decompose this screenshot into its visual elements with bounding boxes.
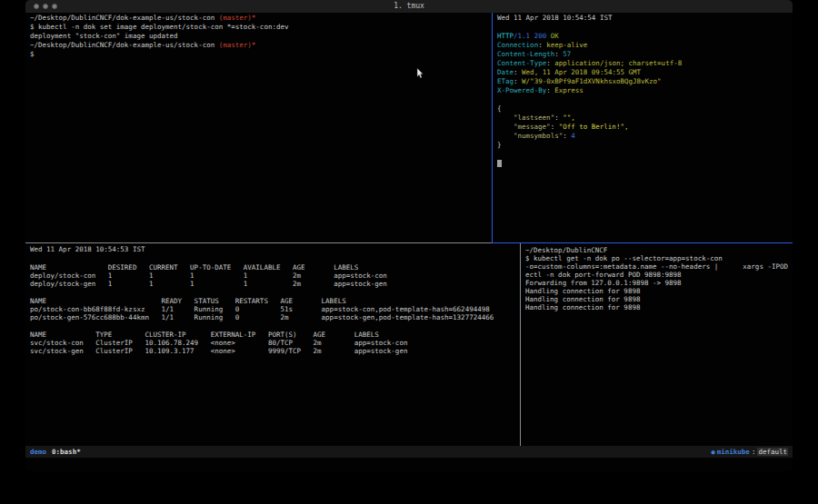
http-status-line: HTTP/1.1 200 OK [497,32,682,41]
json-open-brace: { [497,104,682,114]
window-titlebar[interactable]: 1. tmux [25,0,793,13]
tmux-status-right: ● minikube : default [712,448,788,456]
tmux-window-item[interactable]: 0:bash* [52,448,81,456]
git-branch: (master)* [219,41,256,49]
json-close-brace: } [497,141,682,150]
kubernetes-icon: ● [712,449,715,456]
deployments-table: NAME DESIRED CURRENT UP-TO-DATE AVAILABL… [30,263,494,288]
terminal-cursor [497,160,502,167]
minimize-button[interactable] [43,4,48,9]
tmux-content: ~/Desktop/DublinCNCF/dok-example-us/stoc… [25,13,793,446]
timestamp: Wed 11 Apr 2018 10:54:53 IST [30,245,494,254]
http-header: Content-Type: application/json; charset=… [497,59,682,68]
pane-divider-horizontal-left[interactable] [25,242,492,243]
kubectl-watch-output: Wed 11 Apr 2018 10:54:53 IST NAME DESIRE… [30,245,494,355]
tmux-status-bar: demo 0:bash* ● minikube : default [25,446,793,458]
prompt-path-line: ~/Desktop/DublinCNCF/dok-example-us/stoc… [30,14,288,23]
traffic-lights [34,4,57,9]
command-output: deployment "stock-con" image updated [30,32,288,41]
shell-output-top-left: ~/Desktop/DublinCNCF/dok-example-us/stoc… [30,14,288,59]
kube-namespace: default [757,448,788,456]
services-table: NAME TYPE CLUSTER-IP EXTERNAL-IP PORT(S)… [30,331,494,355]
window-title: 1. tmux [25,0,793,13]
json-entry: "message": "Off to Berlin!", [497,123,682,132]
tmux-session-name: demo [30,448,46,456]
timestamp: Wed 11 Apr 2018 10:54:54 IST [497,14,682,23]
cursor-line [497,159,682,168]
git-branch: (master)* [219,14,256,22]
terminal-window: 1. tmux ~/Desktop/DublinCNCF/dok-example… [25,0,793,471]
http-header: ETag: W/"39-0xBPf9aF1dXVNkhsxoBQgJ8vKzo" [497,77,682,86]
json-entry: "lastseen": "", [497,114,682,123]
pods-table: NAME READY STATUS RESTARTS AGE LABELS po… [30,297,494,321]
http-header: Date: Wed, 11 Apr 2018 09:54:55 GMT [497,68,682,77]
http-response-top-right: Wed 11 Apr 2018 10:54:54 IST HTTP/1.1 20… [497,14,682,168]
json-entry: "numsymbols": 4 [497,132,682,141]
prompt-path-line: ~/Desktop/DublinCNCF/dok-example-us/stoc… [30,41,288,50]
pane-divider-horizontal-right-active[interactable] [492,242,793,243]
pane-divider-vertical-top-active[interactable] [492,13,493,242]
port-forward-output: ~/Desktop/DublinCNCF $ kubectl get -n do… [525,246,793,311]
pane-divider-vertical-bottom[interactable] [520,243,521,446]
http-header: X-Powered-By: Express [497,86,682,95]
close-button[interactable] [34,4,39,9]
port-forward-lines: ~/Desktop/DublinCNCF $ kubectl get -n do… [525,246,793,311]
mouse-cursor-icon [416,68,424,79]
shell-prompt: $ [30,50,288,59]
kube-context: minikube [717,448,750,456]
http-header: Content-Length: 57 [497,50,682,59]
http-header: Connection: keep-alive [497,41,682,50]
command-line: $ kubectl -n dok set image deployment/st… [30,23,288,32]
kube-separator: : [752,448,756,456]
zoom-button[interactable] [52,4,57,9]
